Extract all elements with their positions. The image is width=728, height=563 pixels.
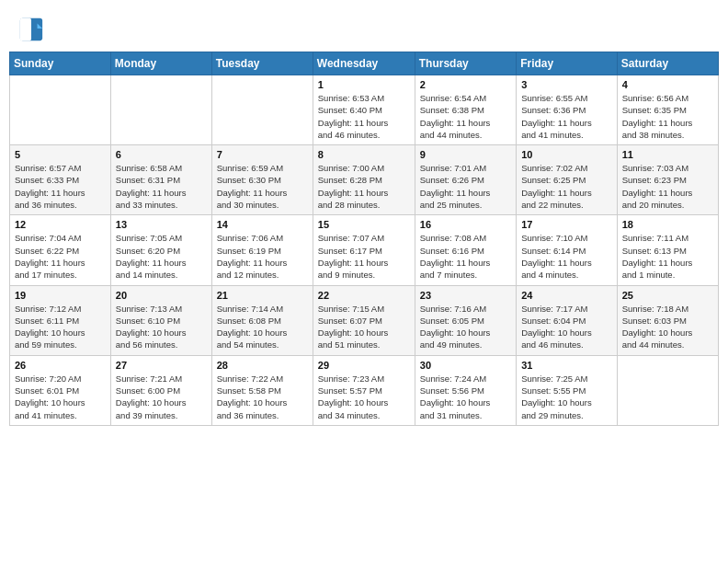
calendar-week-row: 19Sunrise: 7:12 AM Sunset: 6:11 PM Dayli…	[10, 285, 719, 355]
calendar-day-cell: 11Sunrise: 7:03 AM Sunset: 6:23 PM Dayli…	[617, 145, 718, 215]
day-number: 29	[318, 360, 410, 371]
day-info: Sunrise: 7:15 AM Sunset: 6:07 PM Dayligh…	[318, 303, 410, 351]
day-info: Sunrise: 7:10 AM Sunset: 6:14 PM Dayligh…	[521, 232, 612, 281]
calendar-day-cell: 21Sunrise: 7:14 AM Sunset: 6:08 PM Dayli…	[211, 285, 313, 355]
calendar-day-cell: 9Sunrise: 7:01 AM Sunset: 6:26 PM Daylig…	[415, 145, 516, 215]
calendar-day-cell: 14Sunrise: 7:06 AM Sunset: 6:19 PM Dayli…	[211, 215, 313, 285]
day-number: 8	[318, 149, 410, 160]
calendar-day-cell: 5Sunrise: 6:57 AM Sunset: 6:33 PM Daylig…	[10, 145, 111, 215]
day-info: Sunrise: 7:22 AM Sunset: 5:58 PM Dayligh…	[217, 373, 308, 421]
day-number: 26	[15, 360, 106, 371]
calendar-empty-cell	[211, 75, 313, 145]
day-info: Sunrise: 6:56 AM Sunset: 6:35 PM Dayligh…	[622, 92, 713, 141]
day-info: Sunrise: 7:01 AM Sunset: 6:26 PM Dayligh…	[420, 162, 511, 211]
day-number: 19	[15, 290, 106, 301]
day-info: Sunrise: 7:17 AM Sunset: 6:04 PM Dayligh…	[521, 303, 612, 351]
logo	[18, 17, 48, 42]
day-info: Sunrise: 7:23 AM Sunset: 5:57 PM Dayligh…	[318, 373, 410, 421]
day-number: 25	[622, 290, 713, 301]
calendar-week-row: 1Sunrise: 6:53 AM Sunset: 6:40 PM Daylig…	[10, 75, 719, 145]
calendar-day-cell: 1Sunrise: 6:53 AM Sunset: 6:40 PM Daylig…	[313, 75, 415, 145]
calendar-day-cell: 4Sunrise: 6:56 AM Sunset: 6:35 PM Daylig…	[617, 75, 718, 145]
day-info: Sunrise: 7:14 AM Sunset: 6:08 PM Dayligh…	[217, 303, 308, 351]
calendar-empty-cell	[617, 355, 718, 425]
calendar-day-cell: 20Sunrise: 7:13 AM Sunset: 6:10 PM Dayli…	[110, 285, 211, 355]
day-info: Sunrise: 7:13 AM Sunset: 6:10 PM Dayligh…	[116, 303, 207, 351]
calendar: SundayMondayTuesdayWednesdayThursdayFrid…	[9, 52, 719, 426]
day-number: 22	[318, 290, 410, 301]
calendar-day-cell: 3Sunrise: 6:55 AM Sunset: 6:36 PM Daylig…	[517, 75, 618, 145]
svg-rect-2	[20, 18, 31, 40]
day-number: 2	[420, 79, 511, 90]
weekday-header: Sunday	[10, 52, 111, 75]
day-number: 17	[521, 219, 612, 230]
calendar-day-cell: 29Sunrise: 7:23 AM Sunset: 5:57 PM Dayli…	[313, 355, 415, 425]
calendar-day-cell: 30Sunrise: 7:24 AM Sunset: 5:56 PM Dayli…	[415, 355, 516, 425]
weekday-header: Monday	[110, 52, 211, 75]
calendar-day-cell: 22Sunrise: 7:15 AM Sunset: 6:07 PM Dayli…	[313, 285, 415, 355]
day-info: Sunrise: 7:07 AM Sunset: 6:17 PM Dayligh…	[318, 232, 410, 281]
calendar-day-cell: 23Sunrise: 7:16 AM Sunset: 6:05 PM Dayli…	[415, 285, 516, 355]
day-number: 20	[116, 290, 207, 301]
weekday-header: Tuesday	[211, 52, 313, 75]
day-number: 27	[116, 360, 207, 371]
day-info: Sunrise: 7:08 AM Sunset: 6:16 PM Dayligh…	[420, 232, 511, 281]
calendar-week-row: 5Sunrise: 6:57 AM Sunset: 6:33 PM Daylig…	[10, 145, 719, 215]
day-info: Sunrise: 7:16 AM Sunset: 6:05 PM Dayligh…	[420, 303, 511, 351]
day-number: 1	[318, 79, 410, 90]
calendar-day-cell: 19Sunrise: 7:12 AM Sunset: 6:11 PM Dayli…	[10, 285, 111, 355]
day-number: 6	[116, 149, 207, 160]
page-header	[9, 9, 719, 46]
day-info: Sunrise: 7:24 AM Sunset: 5:56 PM Dayligh…	[420, 373, 511, 421]
day-number: 18	[622, 219, 713, 230]
calendar-day-cell: 8Sunrise: 7:00 AM Sunset: 6:28 PM Daylig…	[313, 145, 415, 215]
day-number: 15	[318, 219, 410, 230]
day-info: Sunrise: 7:18 AM Sunset: 6:03 PM Dayligh…	[622, 303, 713, 351]
day-number: 24	[521, 290, 612, 301]
calendar-empty-cell	[10, 75, 111, 145]
day-info: Sunrise: 7:11 AM Sunset: 6:13 PM Dayligh…	[622, 232, 713, 281]
day-info: Sunrise: 6:53 AM Sunset: 6:40 PM Dayligh…	[318, 92, 410, 141]
day-number: 16	[420, 219, 511, 230]
day-info: Sunrise: 7:06 AM Sunset: 6:19 PM Dayligh…	[217, 232, 308, 281]
calendar-day-cell: 26Sunrise: 7:20 AM Sunset: 6:01 PM Dayli…	[10, 355, 111, 425]
day-number: 14	[217, 219, 308, 230]
calendar-day-cell: 15Sunrise: 7:07 AM Sunset: 6:17 PM Dayli…	[313, 215, 415, 285]
calendar-day-cell: 31Sunrise: 7:25 AM Sunset: 5:55 PM Dayli…	[517, 355, 618, 425]
day-info: Sunrise: 7:20 AM Sunset: 6:01 PM Dayligh…	[15, 373, 106, 421]
day-number: 12	[15, 219, 106, 230]
day-info: Sunrise: 7:03 AM Sunset: 6:23 PM Dayligh…	[622, 162, 713, 211]
day-number: 28	[217, 360, 308, 371]
logo-icon	[18, 17, 44, 42]
day-number: 7	[217, 149, 308, 160]
day-info: Sunrise: 6:55 AM Sunset: 6:36 PM Dayligh…	[521, 92, 612, 141]
day-info: Sunrise: 7:00 AM Sunset: 6:28 PM Dayligh…	[318, 162, 410, 211]
day-number: 10	[521, 149, 612, 160]
day-info: Sunrise: 7:04 AM Sunset: 6:22 PM Dayligh…	[15, 232, 106, 281]
day-info: Sunrise: 6:59 AM Sunset: 6:30 PM Dayligh…	[217, 162, 308, 211]
calendar-week-row: 26Sunrise: 7:20 AM Sunset: 6:01 PM Dayli…	[10, 355, 719, 425]
day-number: 21	[217, 290, 308, 301]
calendar-day-cell: 2Sunrise: 6:54 AM Sunset: 6:38 PM Daylig…	[415, 75, 516, 145]
calendar-day-cell: 18Sunrise: 7:11 AM Sunset: 6:13 PM Dayli…	[617, 215, 718, 285]
calendar-day-cell: 10Sunrise: 7:02 AM Sunset: 6:25 PM Dayli…	[517, 145, 618, 215]
weekday-header: Friday	[517, 52, 618, 75]
calendar-day-cell: 28Sunrise: 7:22 AM Sunset: 5:58 PM Dayli…	[211, 355, 313, 425]
calendar-day-cell: 17Sunrise: 7:10 AM Sunset: 6:14 PM Dayli…	[517, 215, 618, 285]
calendar-day-cell: 12Sunrise: 7:04 AM Sunset: 6:22 PM Dayli…	[10, 215, 111, 285]
day-info: Sunrise: 7:25 AM Sunset: 5:55 PM Dayligh…	[521, 373, 612, 421]
day-number: 3	[521, 79, 612, 90]
calendar-day-cell: 25Sunrise: 7:18 AM Sunset: 6:03 PM Dayli…	[617, 285, 718, 355]
day-number: 11	[622, 149, 713, 160]
day-info: Sunrise: 6:54 AM Sunset: 6:38 PM Dayligh…	[420, 92, 511, 141]
day-info: Sunrise: 6:58 AM Sunset: 6:31 PM Dayligh…	[116, 162, 207, 211]
day-info: Sunrise: 6:57 AM Sunset: 6:33 PM Dayligh…	[15, 162, 106, 211]
day-info: Sunrise: 7:02 AM Sunset: 6:25 PM Dayligh…	[521, 162, 612, 211]
day-number: 31	[521, 360, 612, 371]
day-number: 13	[116, 219, 207, 230]
day-number: 9	[420, 149, 511, 160]
calendar-day-cell: 24Sunrise: 7:17 AM Sunset: 6:04 PM Dayli…	[517, 285, 618, 355]
calendar-day-cell: 27Sunrise: 7:21 AM Sunset: 6:00 PM Dayli…	[110, 355, 211, 425]
day-info: Sunrise: 7:12 AM Sunset: 6:11 PM Dayligh…	[15, 303, 106, 351]
calendar-day-cell: 7Sunrise: 6:59 AM Sunset: 6:30 PM Daylig…	[211, 145, 313, 215]
